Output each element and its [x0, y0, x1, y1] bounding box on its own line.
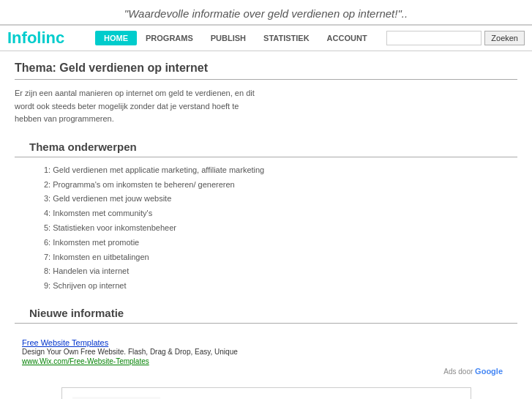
search-area: Zoeken — [386, 31, 525, 45]
topic-item: 8: Handelen via internet — [44, 264, 517, 279]
search-button[interactable]: Zoeken — [484, 31, 525, 45]
ads-by-label: Ads door — [443, 368, 473, 376]
ad-block: Free Website Templates Design Your Own F… — [15, 334, 517, 380]
ad-title[interactable]: Free Website Templates — [22, 338, 510, 347]
nav-item-publish[interactable]: PUBLISH — [202, 31, 255, 45]
content-box: Marktleider Google biedt zich aan als be… — [61, 387, 471, 399]
section-title-nieuwe: Nieuwe informatie — [15, 307, 517, 324]
topic-item: 6: Inkomsten met promotie — [44, 236, 517, 250]
topic-item: 7: Inkomsten en uitbetalingen — [44, 250, 517, 265]
topics-list: 1: Geld verdienen met applicatie marketi… — [15, 163, 517, 294]
section-title-thema: Thema onderwerpen — [15, 141, 517, 157]
main-content: Thema: Geld verdienen op internet Er zij… — [0, 51, 532, 399]
nav-item-home[interactable]: HOME — [95, 31, 137, 45]
search-input[interactable] — [386, 31, 482, 45]
navbar: Infolinc HOME PROGRAMS PUBLISH STATISTIE… — [0, 24, 532, 51]
nav-links: HOME PROGRAMS PUBLISH STATISTIEK ACCOUNT — [95, 31, 386, 45]
topic-item: 2: Programma's om inkomsten te beheren/ … — [44, 178, 517, 193]
topic-item: 9: Schrijven op internet — [44, 279, 517, 294]
nav-item-statistiek[interactable]: STATISTIEK — [255, 31, 318, 45]
topic-item: 4: Inkomsten met community's — [44, 206, 517, 221]
google-label: Google — [475, 367, 503, 376]
ads-by-google: Ads door Google — [22, 367, 510, 376]
ad-url[interactable]: www.Wix.com/Free-Website-Templates — [22, 357, 510, 365]
top-banner: "Waardevolle informatie over geld verdie… — [0, 0, 532, 24]
intro-text: Er zijn een aantal manieren op internet … — [15, 87, 263, 126]
topic-item: 5: Statistieken voor inkomstenbeheer — [44, 221, 517, 236]
site-logo[interactable]: Infolinc — [7, 29, 80, 48]
nav-item-programs[interactable]: PROGRAMS — [137, 31, 202, 45]
nieuwe-info-section: Nieuwe informatie — [15, 307, 517, 324]
page-title: Thema: Geld verdienen op internet — [15, 61, 517, 80]
nav-item-account[interactable]: ACCOUNT — [318, 31, 376, 45]
topic-item: 1: Geld verdienen met applicatie marketi… — [44, 163, 517, 178]
topic-item: 3: Geld verdienen met jouw website — [44, 192, 517, 206]
ad-description: Design Your Own Free Website. Flash, Dra… — [22, 347, 510, 357]
banner-text: "Waardevolle informatie over geld verdie… — [124, 7, 408, 20]
